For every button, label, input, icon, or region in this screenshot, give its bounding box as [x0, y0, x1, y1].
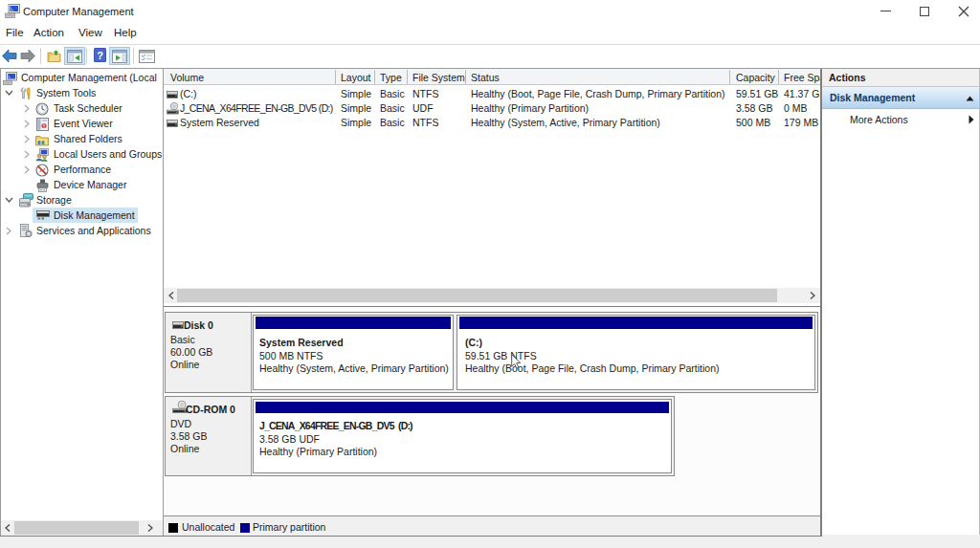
svg-text:?: ? [97, 50, 103, 61]
